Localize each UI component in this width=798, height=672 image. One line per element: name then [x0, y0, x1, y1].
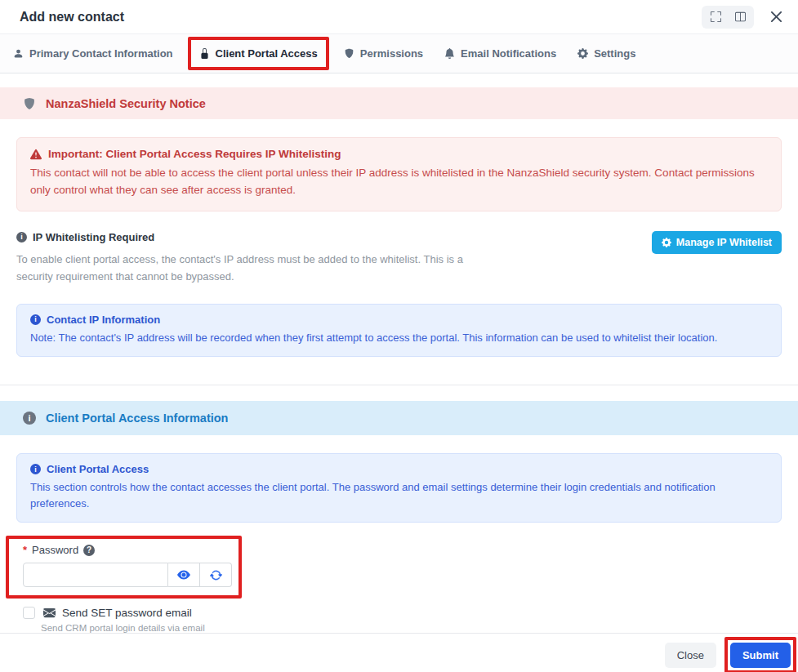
envelope-icon	[43, 607, 56, 619]
client-portal-section-header: i Client Portal Access Information	[0, 401, 798, 435]
gear-icon	[662, 238, 671, 247]
shield-icon	[23, 97, 36, 110]
show-password-button[interactable]	[168, 563, 200, 587]
ip-whitelisting-title-row: i IP Whitelisting Required	[16, 231, 474, 243]
security-notice-header: NanzaShield Security Notice	[0, 87, 798, 119]
contact-ip-info-box: i Contact IP Information Note: The conta…	[16, 304, 782, 358]
send-set-password-email-label: Send SET password email	[62, 607, 192, 619]
shield-icon	[344, 48, 354, 59]
submit-button[interactable]: Submit	[730, 643, 791, 668]
ip-whitelisting-text: i IP Whitelisting Required To enable cli…	[16, 231, 474, 286]
client-portal-section-title: Client Portal Access Information	[46, 412, 228, 425]
tab-label: Permissions	[360, 47, 423, 60]
modal-header: Add new contact	[0, 0, 798, 34]
tab-label: Client Portal Access	[216, 47, 318, 60]
split-panel-icon	[735, 11, 746, 22]
tab-label: Settings	[594, 47, 635, 60]
ip-whitelisting-body: To enable client portal access, the cont…	[16, 251, 474, 286]
alert-title: Important: Client Portal Access Requires…	[48, 148, 341, 160]
modal-title: Add new contact	[20, 10, 124, 24]
eye-icon	[177, 568, 190, 581]
ip-whitelisting-row: i IP Whitelisting Required To enable cli…	[16, 231, 782, 286]
client-portal-info-title-row: i Client Portal Access	[30, 463, 768, 475]
security-notice-section: NanzaShield Security Notice Important: C…	[0, 87, 798, 385]
window-controls	[702, 6, 754, 29]
security-notice-title: NanzaShield Security Notice	[46, 97, 206, 110]
tab-client-portal-access[interactable]: Client Portal Access	[199, 47, 318, 60]
manage-ip-whitelist-label: Manage IP Whitelist	[676, 237, 772, 248]
warning-icon	[30, 149, 42, 160]
client-portal-info-body: This section controls how the contact ac…	[30, 479, 768, 511]
annotation-password-field: * Password ?	[6, 536, 242, 599]
lock-icon	[199, 48, 210, 59]
annotation-client-portal-access-tab: Client Portal Access	[188, 37, 329, 70]
contact-ip-info-title-row: i Contact IP Information	[30, 314, 768, 326]
manage-ip-whitelist-button[interactable]: Manage IP Whitelist	[652, 231, 782, 254]
password-label-row: * Password ?	[23, 544, 232, 556]
info-icon: i	[16, 232, 27, 243]
annotation-submit-button: Submit	[724, 637, 796, 672]
modal-footer: Close Submit	[0, 633, 798, 672]
ip-whitelisting-alert: Important: Client Portal Access Requires…	[16, 137, 782, 211]
fullscreen-button[interactable]	[703, 7, 728, 27]
fullscreen-icon	[711, 11, 721, 22]
split-view-button[interactable]	[728, 7, 752, 27]
contact-ip-info-body: Note: The contact's IP address will be r…	[30, 330, 768, 346]
tab-label: Primary Contact Information	[29, 47, 173, 60]
add-contact-modal: Add new contact	[0, 0, 798, 672]
header-actions	[702, 6, 785, 29]
refresh-icon	[210, 569, 222, 581]
tab-label: Email Notifications	[461, 47, 556, 60]
help-icon: ?	[83, 545, 95, 556]
tab-bar: Primary Contact Information Client Porta…	[0, 34, 798, 73]
close-button[interactable]: Close	[665, 643, 716, 668]
info-icon: i	[30, 464, 41, 474]
ip-whitelisting-title: IP Whitelisting Required	[33, 231, 154, 243]
info-icon: i	[30, 314, 41, 325]
user-icon	[13, 48, 24, 59]
tab-permissions[interactable]: Permissions	[344, 47, 423, 60]
tab-primary-contact-information[interactable]: Primary Contact Information	[13, 47, 173, 60]
alert-title-row: Important: Client Portal Access Requires…	[30, 148, 768, 160]
send-set-password-email-checkbox[interactable]	[23, 607, 35, 619]
client-portal-access-info-box: i Client Portal Access This section cont…	[16, 453, 782, 523]
required-asterisk: *	[23, 544, 27, 556]
close-icon	[770, 11, 782, 23]
close-modal-button[interactable]	[767, 8, 785, 26]
client-portal-info-title: Client Portal Access	[47, 463, 149, 475]
bell-icon	[444, 48, 455, 59]
send-password-email-row: Send SET password email	[23, 607, 782, 619]
contact-ip-info-title: Contact IP Information	[47, 314, 160, 326]
generate-password-button[interactable]	[200, 563, 232, 587]
password-input-group	[23, 563, 232, 587]
tab-settings[interactable]: Settings	[577, 47, 635, 60]
password-label: Password	[32, 544, 78, 556]
password-input[interactable]	[23, 563, 168, 587]
client-portal-section: i Client Portal Access Information i Cli…	[0, 401, 798, 633]
info-icon: i	[23, 412, 36, 425]
modal-content: NanzaShield Security Notice Important: C…	[0, 73, 798, 633]
alert-body: This contact will not be able to access …	[30, 165, 768, 199]
tab-email-notifications[interactable]: Email Notifications	[444, 47, 556, 60]
send-set-password-email-label-row[interactable]: Send SET password email	[43, 607, 192, 619]
send-email-helper-text: Send CRM portal login details via email	[41, 623, 782, 633]
gear-icon	[577, 48, 588, 59]
